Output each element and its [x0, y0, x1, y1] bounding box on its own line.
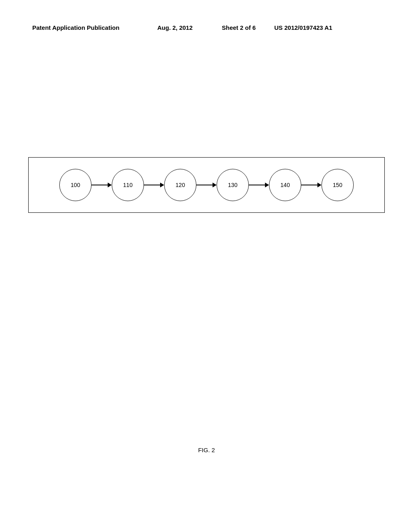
arrow-line-4 — [249, 185, 265, 185]
page: Patent Application Publication Aug. 2, 2… — [0, 0, 413, 532]
arrow-line-2 — [144, 185, 160, 185]
arrow-line-3 — [196, 185, 213, 185]
arrow-head-5 — [317, 183, 321, 187]
node-100: 100 — [59, 169, 92, 201]
arrow-line-5 — [301, 185, 317, 185]
sheet-label: Sheet 2 of 6 — [222, 24, 274, 31]
node-group-150: 150 — [321, 169, 354, 201]
node-140: 140 — [269, 169, 301, 201]
diagram-area: 100 110 120 — [28, 157, 385, 213]
node-130: 130 — [217, 169, 249, 201]
figure-label: FIG. 2 — [0, 447, 413, 453]
arrow-4 — [249, 183, 269, 187]
diagram-box: 100 110 120 — [28, 157, 385, 213]
arrow-head-3 — [213, 183, 217, 187]
arrow-3 — [196, 183, 217, 187]
arrow-1 — [92, 183, 112, 187]
node-110: 110 — [112, 169, 144, 201]
node-group-110: 110 — [112, 169, 144, 201]
header: Patent Application Publication Aug. 2, 2… — [0, 24, 413, 31]
arrow-head-4 — [265, 183, 269, 187]
node-group-100: 100 — [59, 169, 92, 201]
node-group-120: 120 — [164, 169, 196, 201]
arrow-5 — [301, 183, 321, 187]
publication-label: Patent Application Publication — [32, 24, 157, 31]
arrow-head-2 — [160, 183, 164, 187]
node-150: 150 — [321, 169, 354, 201]
arrow-line-1 — [92, 185, 108, 185]
arrow-2 — [144, 183, 164, 187]
date-label: Aug. 2, 2012 — [157, 24, 222, 31]
node-group-140: 140 — [269, 169, 301, 201]
node-group-130: 130 — [217, 169, 249, 201]
node-120: 120 — [164, 169, 196, 201]
patent-label: US 2012/0197423 A1 — [274, 24, 332, 31]
arrow-head-1 — [108, 183, 112, 187]
